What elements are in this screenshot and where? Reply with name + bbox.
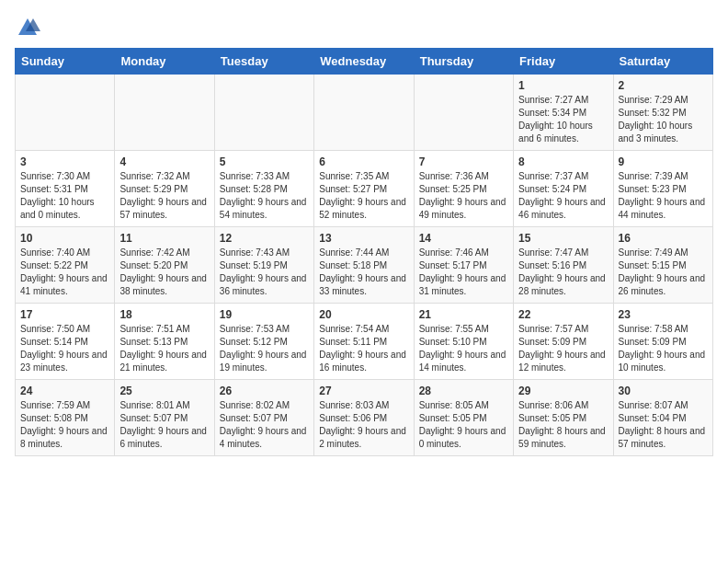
day-number: 30 <box>619 385 708 397</box>
calendar-day-cell: 19Sunrise: 7:53 AM Sunset: 5:12 PM Dayli… <box>214 304 313 380</box>
day-info: Sunrise: 7:40 AM Sunset: 5:22 PM Dayligh… <box>20 247 109 298</box>
calendar-table: SundayMondayTuesdayWednesdayThursdayFrid… <box>15 48 713 456</box>
calendar-day-cell: 17Sunrise: 7:50 AM Sunset: 5:14 PM Dayli… <box>16 304 115 380</box>
calendar-day-cell: 1Sunrise: 7:27 AM Sunset: 5:34 PM Daylig… <box>514 75 613 151</box>
day-number: 24 <box>20 385 109 397</box>
day-number: 3 <box>20 155 109 168</box>
day-info: Sunrise: 7:58 AM Sunset: 5:09 PM Dayligh… <box>619 323 708 374</box>
day-number: 11 <box>119 232 209 245</box>
calendar-day-cell: 16Sunrise: 7:49 AM Sunset: 5:15 PM Dayli… <box>613 227 712 304</box>
calendar-week-row: 1Sunrise: 7:27 AM Sunset: 5:34 PM Daylig… <box>16 75 713 151</box>
calendar-day-cell: 14Sunrise: 7:46 AM Sunset: 5:17 PM Dayli… <box>414 227 513 304</box>
weekday-header: Saturday <box>613 49 712 75</box>
day-info: Sunrise: 8:03 AM Sunset: 5:06 PM Dayligh… <box>319 399 408 451</box>
day-info: Sunrise: 8:07 AM Sunset: 5:04 PM Dayligh… <box>619 399 708 451</box>
day-number: 20 <box>319 308 408 321</box>
day-info: Sunrise: 7:39 AM Sunset: 5:23 PM Dayligh… <box>619 170 708 222</box>
calendar-day-cell: 12Sunrise: 7:43 AM Sunset: 5:19 PM Dayli… <box>214 227 313 304</box>
day-number: 28 <box>419 385 508 397</box>
logo-icon <box>15 15 40 40</box>
weekday-header: Tuesday <box>214 49 313 75</box>
day-info: Sunrise: 7:30 AM Sunset: 5:31 PM Dayligh… <box>20 170 109 222</box>
calendar-day-cell: 9Sunrise: 7:39 AM Sunset: 5:23 PM Daylig… <box>613 151 712 227</box>
day-info: Sunrise: 7:49 AM Sunset: 5:15 PM Dayligh… <box>619 247 708 298</box>
day-info: Sunrise: 7:57 AM Sunset: 5:09 PM Dayligh… <box>518 323 608 374</box>
weekday-header: Monday <box>115 49 214 75</box>
weekday-header: Wednesday <box>314 49 414 75</box>
day-info: Sunrise: 7:27 AM Sunset: 5:34 PM Dayligh… <box>518 94 608 145</box>
day-number: 16 <box>619 232 708 245</box>
day-info: Sunrise: 7:29 AM Sunset: 5:32 PM Dayligh… <box>619 94 708 145</box>
calendar-week-row: 3Sunrise: 7:30 AM Sunset: 5:31 PM Daylig… <box>16 151 713 227</box>
day-info: Sunrise: 8:01 AM Sunset: 5:07 PM Dayligh… <box>119 399 209 451</box>
day-number: 18 <box>119 308 209 321</box>
calendar-week-row: 10Sunrise: 7:40 AM Sunset: 5:22 PM Dayli… <box>16 227 713 304</box>
weekday-header: Thursday <box>414 49 513 75</box>
day-info: Sunrise: 8:05 AM Sunset: 5:05 PM Dayligh… <box>419 399 508 451</box>
weekday-header: Sunday <box>16 49 115 75</box>
calendar-day-cell: 15Sunrise: 7:47 AM Sunset: 5:16 PM Dayli… <box>514 227 613 304</box>
calendar-week-row: 17Sunrise: 7:50 AM Sunset: 5:14 PM Dayli… <box>16 304 713 380</box>
calendar-day-cell <box>314 75 414 151</box>
page-header <box>15 15 713 40</box>
calendar-day-cell: 24Sunrise: 7:59 AM Sunset: 5:08 PM Dayli… <box>16 380 115 456</box>
calendar-day-cell: 13Sunrise: 7:44 AM Sunset: 5:18 PM Dayli… <box>314 227 414 304</box>
calendar-day-cell <box>16 75 115 151</box>
calendar-day-cell: 20Sunrise: 7:54 AM Sunset: 5:11 PM Dayli… <box>314 304 414 380</box>
day-info: Sunrise: 8:02 AM Sunset: 5:07 PM Dayligh… <box>220 399 309 451</box>
weekday-header-row: SundayMondayTuesdayWednesdayThursdayFrid… <box>16 49 713 75</box>
day-info: Sunrise: 7:42 AM Sunset: 5:20 PM Dayligh… <box>119 247 209 298</box>
day-number: 1 <box>518 79 608 92</box>
day-number: 4 <box>119 155 209 168</box>
day-number: 7 <box>419 155 508 168</box>
day-number: 26 <box>220 385 309 397</box>
calendar-day-cell: 7Sunrise: 7:36 AM Sunset: 5:25 PM Daylig… <box>414 151 513 227</box>
day-info: Sunrise: 7:54 AM Sunset: 5:11 PM Dayligh… <box>319 323 408 374</box>
day-number: 19 <box>220 308 309 321</box>
calendar-day-cell: 18Sunrise: 7:51 AM Sunset: 5:13 PM Dayli… <box>115 304 214 380</box>
day-number: 6 <box>319 155 408 168</box>
day-number: 8 <box>518 155 608 168</box>
calendar-day-cell: 28Sunrise: 8:05 AM Sunset: 5:05 PM Dayli… <box>414 380 513 456</box>
calendar-day-cell: 23Sunrise: 7:58 AM Sunset: 5:09 PM Dayli… <box>613 304 712 380</box>
calendar-day-cell <box>414 75 513 151</box>
calendar-day-cell: 26Sunrise: 8:02 AM Sunset: 5:07 PM Dayli… <box>214 380 313 456</box>
day-number: 2 <box>619 79 708 92</box>
day-number: 22 <box>518 308 608 321</box>
day-info: Sunrise: 7:36 AM Sunset: 5:25 PM Dayligh… <box>419 170 508 222</box>
day-number: 12 <box>220 232 309 245</box>
calendar-day-cell: 21Sunrise: 7:55 AM Sunset: 5:10 PM Dayli… <box>414 304 513 380</box>
day-info: Sunrise: 8:06 AM Sunset: 5:05 PM Dayligh… <box>518 399 608 451</box>
day-number: 29 <box>518 385 608 397</box>
logo <box>15 15 44 40</box>
calendar-day-cell: 8Sunrise: 7:37 AM Sunset: 5:24 PM Daylig… <box>514 151 613 227</box>
calendar-day-cell: 3Sunrise: 7:30 AM Sunset: 5:31 PM Daylig… <box>16 151 115 227</box>
day-info: Sunrise: 7:50 AM Sunset: 5:14 PM Dayligh… <box>20 323 109 374</box>
day-number: 5 <box>220 155 309 168</box>
calendar-day-cell: 25Sunrise: 8:01 AM Sunset: 5:07 PM Dayli… <box>115 380 214 456</box>
calendar-day-cell: 22Sunrise: 7:57 AM Sunset: 5:09 PM Dayli… <box>514 304 613 380</box>
day-number: 27 <box>319 385 408 397</box>
day-info: Sunrise: 7:47 AM Sunset: 5:16 PM Dayligh… <box>518 247 608 298</box>
calendar-day-cell: 29Sunrise: 8:06 AM Sunset: 5:05 PM Dayli… <box>514 380 613 456</box>
day-info: Sunrise: 7:37 AM Sunset: 5:24 PM Dayligh… <box>518 170 608 222</box>
calendar-day-cell: 10Sunrise: 7:40 AM Sunset: 5:22 PM Dayli… <box>16 227 115 304</box>
day-number: 17 <box>20 308 109 321</box>
day-number: 14 <box>419 232 508 245</box>
calendar-week-row: 24Sunrise: 7:59 AM Sunset: 5:08 PM Dayli… <box>16 380 713 456</box>
day-info: Sunrise: 7:35 AM Sunset: 5:27 PM Dayligh… <box>319 170 408 222</box>
calendar-day-cell <box>115 75 214 151</box>
day-number: 25 <box>119 385 209 397</box>
day-info: Sunrise: 7:32 AM Sunset: 5:29 PM Dayligh… <box>119 170 209 222</box>
day-info: Sunrise: 7:44 AM Sunset: 5:18 PM Dayligh… <box>319 247 408 298</box>
day-number: 15 <box>518 232 608 245</box>
calendar-day-cell <box>214 75 313 151</box>
calendar-day-cell: 6Sunrise: 7:35 AM Sunset: 5:27 PM Daylig… <box>314 151 414 227</box>
day-info: Sunrise: 7:53 AM Sunset: 5:12 PM Dayligh… <box>220 323 309 374</box>
day-info: Sunrise: 7:46 AM Sunset: 5:17 PM Dayligh… <box>419 247 508 298</box>
calendar-day-cell: 5Sunrise: 7:33 AM Sunset: 5:28 PM Daylig… <box>214 151 313 227</box>
day-info: Sunrise: 7:43 AM Sunset: 5:19 PM Dayligh… <box>220 247 309 298</box>
day-info: Sunrise: 7:59 AM Sunset: 5:08 PM Dayligh… <box>20 399 109 451</box>
calendar-day-cell: 4Sunrise: 7:32 AM Sunset: 5:29 PM Daylig… <box>115 151 214 227</box>
day-number: 23 <box>619 308 708 321</box>
